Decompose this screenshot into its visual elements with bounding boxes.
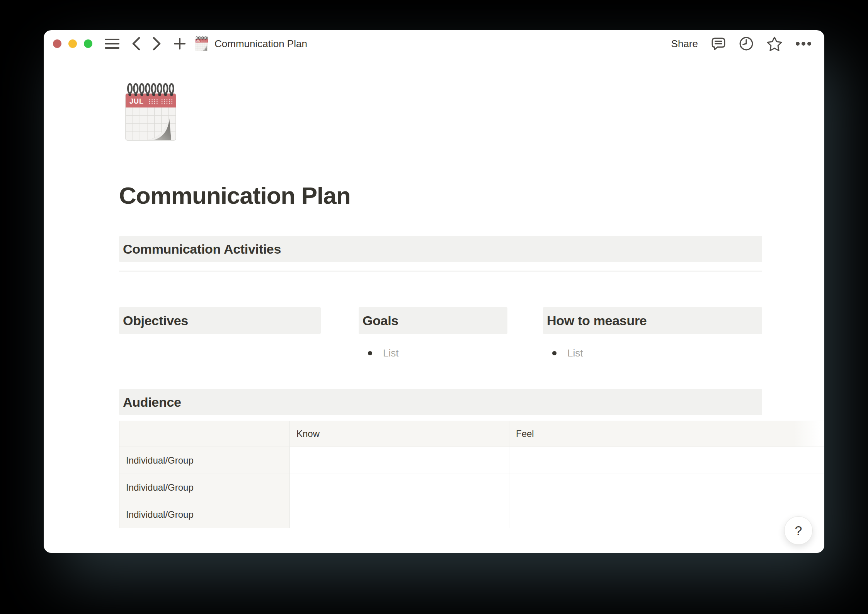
more-options-icon[interactable] [795,41,812,46]
table-header-cell-feel[interactable]: Feel [509,421,825,447]
row-label-cell[interactable]: Individual/Group [119,501,290,528]
bullet-icon [368,351,372,355]
toolbar-nav-group [105,37,186,51]
help-button[interactable]: ? [784,516,813,545]
app-window: Communication Plan Share [44,30,824,553]
table-row: Individual/Group [119,501,825,528]
table-cell-feel[interactable] [509,447,825,474]
table-header-cell[interactable] [119,421,290,447]
column-heading-how-to-measure[interactable]: How to measure [543,307,762,334]
column-heading-goals[interactable]: Goals [359,307,507,334]
history-icon[interactable] [739,36,754,51]
favorite-star-icon[interactable] [767,36,782,51]
share-button[interactable]: Share [671,38,698,50]
new-tab-icon[interactable] [174,38,186,50]
table-cell-feel[interactable] [509,474,825,501]
row-label-cell[interactable]: Individual/Group [119,447,290,474]
list-item[interactable]: List [359,346,507,360]
section-heading-audience[interactable]: Audience [119,389,762,415]
three-column-layout: Objectives Goals List How to measure Lis… [119,307,762,360]
list-item[interactable]: List [543,346,762,360]
close-window-button[interactable] [53,39,61,48]
titlebar: Communication Plan Share [44,30,824,57]
zoom-window-button[interactable] [84,39,92,48]
breadcrumb[interactable]: Communication Plan [195,36,307,51]
minimize-window-button[interactable] [68,39,77,48]
page-icon-calendar[interactable] [124,83,177,142]
comments-icon[interactable] [711,36,726,51]
table-row: Individual/Group [119,447,825,474]
section-heading-communication-activities[interactable]: Communication Activities [119,236,762,262]
column-heading-objectives[interactable]: Objectives [119,307,321,334]
nav-back-icon[interactable] [132,37,140,51]
table-cell-know[interactable] [290,447,509,474]
page-title[interactable]: Communication Plan [119,179,824,213]
nav-forward-icon[interactable] [153,37,161,51]
list-placeholder: List [383,347,398,359]
table-cell-know[interactable] [290,474,509,501]
table-row: Individual/Group [119,474,825,501]
audience-table: Know Feel Individual/Group Individual/Gr… [119,421,824,528]
table-header-row: Know Feel [119,421,825,447]
table-header-cell-know[interactable]: Know [290,421,509,447]
breadcrumb-title: Communication Plan [214,38,307,50]
column-objectives: Objectives [119,307,321,360]
sidebar-toggle-icon[interactable] [105,38,119,49]
column-how-to-measure: How to measure List [543,307,762,360]
row-label-cell[interactable]: Individual/Group [119,474,290,501]
divider [119,271,762,271]
column-goals: Goals List [359,307,507,360]
bullet-icon [552,351,557,355]
toolbar-right-group: Share [671,36,812,51]
window-controls [53,39,92,48]
table-cell-know[interactable] [290,501,509,528]
table-cell-feel[interactable] [509,501,825,528]
breadcrumb-calendar-icon [195,36,208,51]
list-placeholder: List [567,347,583,359]
